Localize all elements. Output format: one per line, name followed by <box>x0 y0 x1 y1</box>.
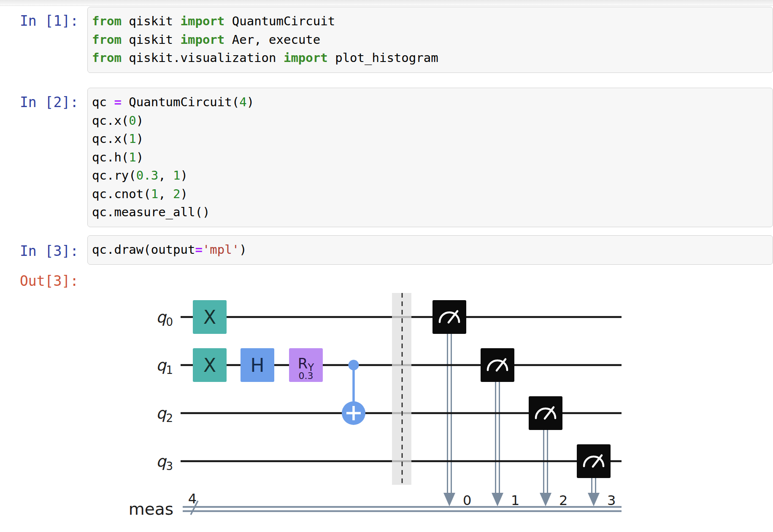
classical-wire <box>183 501 622 515</box>
clbit-label-0: 0 <box>463 492 471 508</box>
svg-text:X: X <box>203 355 216 376</box>
svg-text:0.3: 0.3 <box>299 371 314 381</box>
register-size-label: 4 <box>188 491 197 507</box>
arrowhead <box>540 493 551 506</box>
qubit-label-q1: q1 <box>156 356 173 376</box>
measure-gate-q0 <box>432 300 466 334</box>
svg-text:H: H <box>250 355 264 376</box>
measure-gate-q2 <box>529 396 562 430</box>
svg-text:X: X <box>203 306 216 328</box>
x-gate-q1: X <box>193 348 227 382</box>
qubit-label-q3: q3 <box>156 452 173 473</box>
cnot-gate <box>342 360 365 425</box>
ry-gate-q1: RY 0.3 <box>289 348 323 382</box>
clbit-label-3: 3 <box>607 492 616 508</box>
qubit-label-q2: q2 <box>156 404 173 425</box>
clbit-label-1: 1 <box>511 492 519 508</box>
quantum-circuit-diagram: X X H RY 0.3 <box>0 0 773 532</box>
arrowhead <box>443 493 455 506</box>
qubit-label-q0: q0 <box>156 308 173 328</box>
cnot-control-dot <box>349 360 359 371</box>
measure-gate-q1 <box>481 348 514 382</box>
arrowhead <box>588 493 600 506</box>
x-gate-q0: X <box>193 300 227 334</box>
clbit-label-2: 2 <box>559 492 568 508</box>
arrowhead <box>492 493 503 506</box>
classical-register-label: meas <box>129 500 173 519</box>
h-gate-q1: H <box>241 348 274 382</box>
measure-gate-q3 <box>577 444 611 478</box>
barrier <box>392 293 411 485</box>
